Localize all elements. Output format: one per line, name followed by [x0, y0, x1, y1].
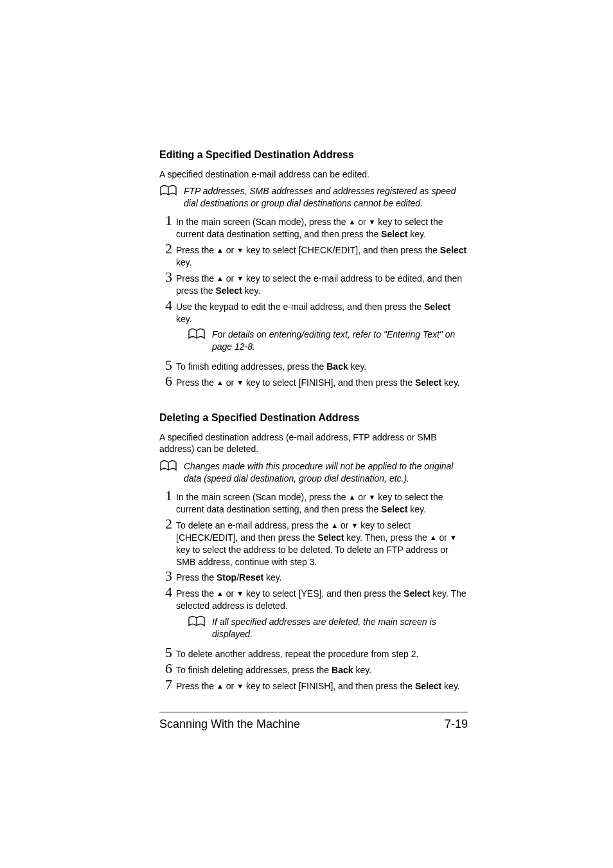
note-text: FTP addresses, SMB addresses and address…	[184, 185, 468, 210]
step-number: 3	[159, 270, 172, 284]
step-body: Press the ▲ or ▼ key to select [FINISH],…	[176, 678, 468, 692]
down-arrow-icon: ▼	[369, 493, 376, 501]
step-6: 6 Press the ▲ or ▼ key to select [FINISH…	[159, 374, 468, 389]
down-arrow-icon: ▼	[236, 246, 244, 254]
down-arrow-icon: ▼	[236, 682, 244, 690]
note-text: If all specified addresses are deleted, …	[212, 616, 468, 640]
step-number: 7	[159, 678, 172, 692]
content-area: Editing a Specified Destination Address …	[159, 148, 468, 732]
up-arrow-icon: ▲	[217, 682, 224, 690]
intro-deleting: A specified destination address (e-mail …	[159, 431, 468, 456]
step-4: 4 Use the keypad to edit the e-mail addr…	[159, 298, 468, 357]
up-arrow-icon: ▲	[217, 246, 224, 254]
step-number: 5	[159, 646, 172, 660]
step-body: In the main screen (Scan mode), press th…	[176, 489, 468, 516]
step-number: 2	[159, 517, 172, 531]
footer-title: Scanning With the Machine	[159, 716, 300, 732]
step-5-del: 5 To delete another address, repeat the …	[159, 646, 468, 660]
down-arrow-icon: ▼	[236, 590, 244, 597]
step-body: Press the ▲ or ▼ key to select [CHECK/ED…	[176, 242, 468, 269]
note-text: Changes made with this procedure will no…	[184, 460, 468, 485]
footer-rule	[159, 712, 468, 712]
note-text: For details on entering/editing text, re…	[212, 329, 468, 353]
down-arrow-icon: ▼	[369, 218, 376, 226]
up-arrow-icon: ▲	[331, 521, 338, 529]
step-4-del: 4 Press the ▲ or ▼ key to select [YES], …	[159, 585, 468, 644]
step-body: To finish editing addresses, press the B…	[176, 358, 468, 373]
document-page: Editing a Specified Destination Address …	[0, 0, 613, 868]
step-body: Press the ▲ or ▼ key to select [FINISH],…	[176, 374, 468, 389]
step-6-del: 6 To finish deleting addresses, press th…	[159, 662, 468, 676]
down-arrow-icon: ▼	[351, 521, 358, 529]
step-number: 1	[159, 213, 172, 228]
up-arrow-icon: ▲	[348, 218, 355, 226]
up-arrow-icon: ▲	[217, 275, 224, 282]
book-icon	[159, 459, 177, 475]
step-number: 4	[159, 298, 172, 312]
down-arrow-icon: ▼	[236, 275, 244, 282]
book-icon	[159, 184, 177, 200]
step-3-del: 3 Press the Stop/Reset key.	[159, 569, 468, 584]
up-arrow-icon: ▲	[430, 534, 437, 541]
book-icon	[188, 615, 206, 631]
step-body: To delete another address, repeat the pr…	[176, 646, 468, 660]
step-3: 3 Press the ▲ or ▼ key to select the e-m…	[159, 270, 468, 297]
step-number: 2	[159, 242, 172, 256]
up-arrow-icon: ▲	[217, 379, 224, 386]
step-body: To delete an e-mail address, press the ▲…	[176, 517, 468, 568]
step-1-del: 1 In the main screen (Scan mode), press …	[159, 489, 468, 516]
step-7-del: 7 Press the ▲ or ▼ key to select [FINISH…	[159, 678, 468, 692]
note-editing: FTP addresses, SMB addresses and address…	[159, 185, 468, 210]
page-number: 7-19	[445, 716, 468, 732]
step-number: 5	[159, 358, 172, 372]
down-arrow-icon: ▼	[450, 534, 457, 541]
step-body: To finish deleting addresses, press the …	[176, 662, 468, 676]
book-icon	[188, 327, 206, 343]
step-number: 4	[159, 585, 172, 599]
note-step4: For details on entering/editing text, re…	[188, 329, 468, 353]
heading-deleting: Deleting a Specified Destination Address	[159, 411, 468, 425]
heading-editing: Editing a Specified Destination Address	[159, 148, 468, 162]
step-5: 5 To finish editing addresses, press the…	[159, 358, 468, 373]
step-number: 6	[159, 374, 172, 388]
step-number: 3	[159, 569, 172, 583]
page-footer: Scanning With the Machine 7-19	[159, 716, 468, 732]
up-arrow-icon: ▲	[348, 493, 355, 501]
intro-editing: A specified destination e-mail address c…	[159, 168, 468, 181]
step-body: Press the ▲ or ▼ key to select [YES], an…	[176, 585, 468, 644]
step-number: 6	[159, 662, 172, 676]
step-1: 1 In the main screen (Scan mode), press …	[159, 213, 468, 240]
step-number: 1	[159, 489, 172, 503]
step-2-del: 2 To delete an e-mail address, press the…	[159, 517, 468, 568]
step-body: Press the ▲ or ▼ key to select the e-mai…	[176, 270, 468, 297]
note-deleting: Changes made with this procedure will no…	[159, 460, 468, 485]
step-body: In the main screen (Scan mode), press th…	[176, 213, 468, 240]
step-body: Use the keypad to edit the e-mail addres…	[176, 298, 468, 357]
down-arrow-icon: ▼	[236, 379, 244, 386]
up-arrow-icon: ▲	[217, 590, 224, 597]
note-step4-del: If all specified addresses are deleted, …	[188, 616, 468, 640]
step-2: 2 Press the ▲ or ▼ key to select [CHECK/…	[159, 242, 468, 269]
step-body: Press the Stop/Reset key.	[176, 569, 468, 584]
